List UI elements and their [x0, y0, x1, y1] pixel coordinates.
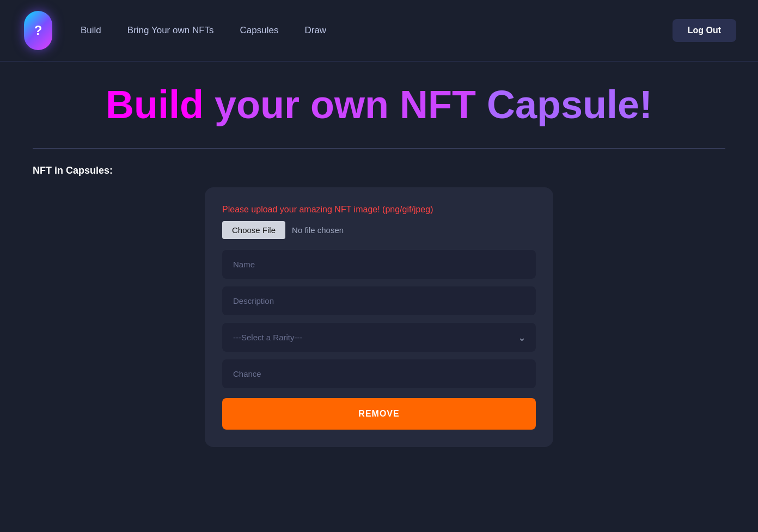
logo[interactable]: ? [22, 9, 54, 52]
logout-button[interactable]: Log Out [673, 19, 736, 42]
main-content: Build your own NFT Capsule! NFT in Capsu… [0, 62, 758, 469]
nav-link-bring-nfts[interactable]: Bring Your own NFTs [127, 25, 214, 36]
divider [33, 148, 725, 149]
title-capsule: Capsule! [487, 83, 652, 126]
nft-form-card: Please upload your amazing NFT image! (p… [205, 187, 553, 447]
upload-instruction: Please upload your amazing NFT image! (p… [222, 205, 536, 215]
name-input[interactable] [222, 250, 536, 279]
nav-link-draw[interactable]: Draw [304, 25, 326, 36]
page-title: Build your own NFT Capsule! [33, 83, 725, 126]
no-file-text: No file chosen [292, 225, 344, 235]
section-label: NFT in Capsules: [33, 165, 725, 176]
description-input[interactable] [222, 286, 536, 315]
nav-link-build[interactable]: Build [81, 25, 101, 36]
title-build: Build [106, 83, 204, 126]
logo-icon: ? [24, 11, 52, 50]
header: ? Build Bring Your own NFTs Capsules Dra… [0, 0, 758, 62]
nav-link-capsules[interactable]: Capsules [240, 25, 279, 36]
choose-file-button[interactable]: Choose File [222, 221, 285, 239]
nav: Build Bring Your own NFTs Capsules Draw [81, 25, 646, 36]
remove-button[interactable]: REMOVE [222, 398, 536, 430]
rarity-select-wrapper: ---Select a Rarity--- Common Uncommon Ra… [222, 323, 536, 352]
file-input-row: Choose File No file chosen [222, 221, 536, 239]
chance-input[interactable] [222, 359, 536, 388]
logo-text: ? [34, 23, 42, 38]
title-your-own-nft: your own NFT [204, 83, 487, 126]
rarity-select[interactable]: ---Select a Rarity--- Common Uncommon Ra… [222, 323, 536, 352]
